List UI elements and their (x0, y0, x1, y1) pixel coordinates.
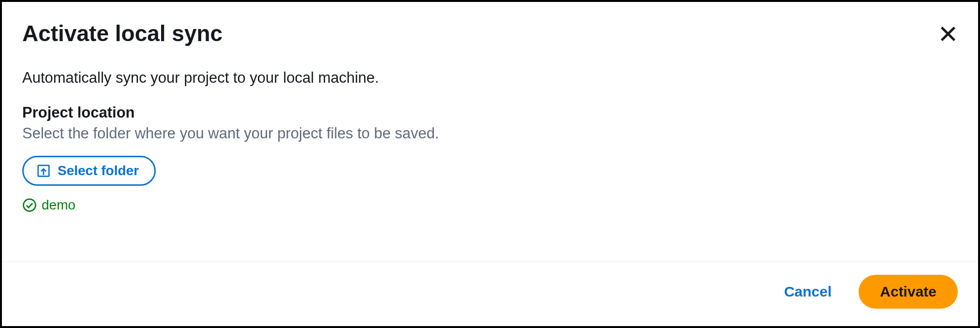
close-icon (938, 24, 958, 44)
activate-button[interactable]: Activate (859, 275, 958, 309)
dialog-body: Activate local sync Automatically sync y… (2, 2, 978, 262)
project-location-label: Project location (22, 104, 958, 121)
dialog-title: Activate local sync (22, 20, 223, 47)
selected-folder-name: demo (42, 197, 75, 213)
check-circle-icon (22, 198, 37, 212)
close-button[interactable] (936, 22, 960, 47)
svg-point-4 (24, 199, 36, 211)
dialog-description: Automatically sync your project to your … (22, 67, 958, 88)
select-folder-button[interactable]: Select folder (22, 156, 156, 186)
selected-folder-status: demo (22, 197, 958, 213)
select-folder-label: Select folder (58, 163, 139, 179)
cancel-button[interactable]: Cancel (780, 278, 835, 306)
dialog-header: Activate local sync (22, 20, 958, 47)
activate-local-sync-dialog: Activate local sync Automatically sync y… (0, 0, 980, 328)
dialog-footer: Cancel Activate (2, 262, 978, 326)
upload-folder-icon (36, 164, 51, 178)
project-location-hint: Select the folder where you want your pr… (22, 123, 958, 144)
